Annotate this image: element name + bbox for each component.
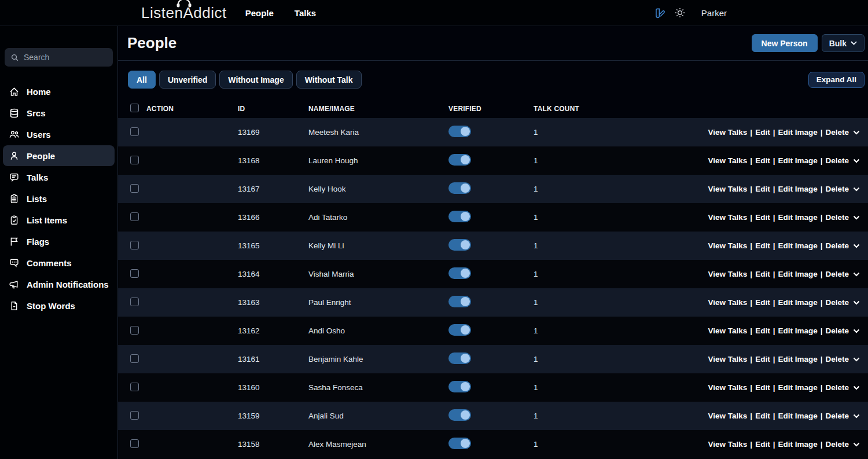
- sidebar-item-flags[interactable]: Flags: [3, 231, 115, 252]
- row-checkbox[interactable]: [130, 411, 139, 420]
- verified-toggle[interactable]: [448, 126, 471, 137]
- view-talks-link[interactable]: View Talks: [708, 383, 748, 392]
- edit-image-link[interactable]: Edit Image: [778, 412, 817, 420]
- chevron-down-icon[interactable]: [853, 442, 860, 447]
- delete-link[interactable]: Delete: [825, 128, 849, 137]
- brand-logo[interactable]: ListenAddict: [141, 4, 227, 22]
- delete-link[interactable]: Delete: [825, 213, 849, 222]
- sidebar-item-lists[interactable]: Lists: [3, 188, 115, 209]
- select-all-checkbox[interactable]: [130, 104, 139, 112]
- edit-link[interactable]: Edit: [755, 156, 770, 165]
- view-talks-link[interactable]: View Talks: [708, 355, 748, 363]
- row-checkbox[interactable]: [130, 127, 139, 136]
- row-checkbox[interactable]: [130, 439, 139, 448]
- sidebar-item-srcs[interactable]: Srcs: [3, 102, 115, 123]
- sidebar-item-people[interactable]: People: [3, 145, 115, 166]
- delete-link[interactable]: Delete: [825, 241, 849, 250]
- verified-toggle[interactable]: [448, 211, 471, 222]
- filter-without-talk[interactable]: Without Talk: [296, 71, 362, 89]
- edit-image-link[interactable]: Edit Image: [778, 355, 817, 363]
- verified-toggle[interactable]: [448, 352, 471, 364]
- view-talks-link[interactable]: View Talks: [708, 440, 748, 449]
- chevron-down-icon[interactable]: [853, 244, 860, 248]
- edit-link[interactable]: Edit: [755, 440, 770, 449]
- chevron-down-icon[interactable]: [853, 215, 860, 220]
- verified-toggle[interactable]: [448, 182, 471, 194]
- delete-link[interactable]: Delete: [825, 383, 849, 392]
- edit-image-link[interactable]: Edit Image: [778, 156, 817, 165]
- view-talks-link[interactable]: View Talks: [708, 412, 748, 420]
- delete-link[interactable]: Delete: [825, 440, 849, 449]
- chevron-down-icon[interactable]: [853, 130, 860, 135]
- edit-image-link[interactable]: Edit Image: [778, 270, 817, 278]
- bulk-button[interactable]: Bulk: [822, 34, 865, 52]
- delete-link[interactable]: Delete: [825, 185, 849, 193]
- edit-link[interactable]: Edit: [755, 412, 770, 420]
- row-checkbox[interactable]: [130, 298, 139, 306]
- delete-link[interactable]: Delete: [825, 270, 849, 278]
- sidebar-item-comments[interactable]: Comments: [3, 252, 115, 273]
- row-checkbox[interactable]: [130, 326, 139, 335]
- verified-toggle[interactable]: [448, 267, 471, 279]
- edit-image-link[interactable]: Edit Image: [778, 383, 817, 392]
- row-checkbox[interactable]: [130, 212, 139, 221]
- edit-link[interactable]: Edit: [755, 128, 770, 137]
- view-talks-link[interactable]: View Talks: [708, 326, 748, 335]
- chevron-down-icon[interactable]: [853, 329, 860, 333]
- edit-image-link[interactable]: Edit Image: [778, 128, 817, 137]
- edit-link[interactable]: Edit: [755, 213, 770, 222]
- delete-link[interactable]: Delete: [825, 298, 849, 307]
- chevron-down-icon[interactable]: [853, 414, 860, 418]
- delete-link[interactable]: Delete: [825, 156, 849, 165]
- view-talks-link[interactable]: View Talks: [708, 213, 748, 222]
- chevron-down-icon[interactable]: [853, 159, 860, 163]
- sidebar-item-list-items[interactable]: List Items: [3, 210, 115, 230]
- view-talks-link[interactable]: View Talks: [708, 298, 748, 307]
- verified-toggle[interactable]: [448, 296, 471, 307]
- delete-link[interactable]: Delete: [825, 355, 849, 363]
- sidebar-item-stop-words[interactable]: Stop Words: [3, 295, 115, 316]
- filter-all[interactable]: All: [128, 71, 156, 89]
- sidebar-item-home[interactable]: Home: [3, 81, 115, 102]
- edit-image-link[interactable]: Edit Image: [778, 326, 817, 335]
- chevron-down-icon[interactable]: [853, 385, 860, 390]
- edit-link[interactable]: Edit: [755, 270, 770, 278]
- edit-link[interactable]: Edit: [755, 355, 770, 363]
- edit-link[interactable]: Edit: [755, 326, 770, 335]
- view-talks-link[interactable]: View Talks: [708, 185, 748, 193]
- row-checkbox[interactable]: [130, 184, 139, 193]
- verified-toggle[interactable]: [448, 324, 471, 336]
- edit-image-link[interactable]: Edit Image: [778, 185, 817, 193]
- row-checkbox[interactable]: [130, 241, 139, 249]
- view-talks-link[interactable]: View Talks: [708, 270, 748, 278]
- view-talks-link[interactable]: View Talks: [708, 156, 748, 165]
- edit-image-link[interactable]: Edit Image: [778, 213, 817, 222]
- filter-without-image[interactable]: Without Image: [219, 71, 292, 89]
- verified-toggle[interactable]: [448, 381, 471, 392]
- chevron-down-icon[interactable]: [853, 272, 860, 277]
- palette-icon[interactable]: [654, 8, 665, 19]
- filter-unverified[interactable]: Unverified: [159, 71, 216, 89]
- delete-link[interactable]: Delete: [825, 412, 849, 420]
- row-checkbox[interactable]: [130, 383, 139, 391]
- edit-image-link[interactable]: Edit Image: [778, 298, 817, 307]
- edit-link[interactable]: Edit: [755, 383, 770, 392]
- nav-link-talks[interactable]: Talks: [295, 8, 316, 18]
- verified-toggle[interactable]: [448, 239, 471, 251]
- chevron-down-icon[interactable]: [853, 187, 860, 192]
- edit-link[interactable]: Edit: [755, 185, 770, 193]
- expand-all-button[interactable]: Expand All: [808, 72, 865, 88]
- row-checkbox[interactable]: [130, 354, 139, 363]
- user-name[interactable]: Parker: [701, 8, 727, 18]
- chevron-down-icon[interactable]: [853, 300, 860, 305]
- search-input[interactable]: Search: [5, 48, 113, 67]
- sidebar-item-users[interactable]: Users: [3, 124, 115, 145]
- chevron-down-icon[interactable]: [853, 357, 860, 362]
- sidebar-item-talks[interactable]: Talks: [3, 167, 115, 188]
- sun-icon[interactable]: [675, 8, 685, 18]
- verified-toggle[interactable]: [448, 154, 471, 166]
- view-talks-link[interactable]: View Talks: [708, 241, 748, 250]
- row-checkbox[interactable]: [130, 156, 139, 164]
- view-talks-link[interactable]: View Talks: [708, 128, 748, 137]
- nav-link-people[interactable]: People: [245, 8, 274, 18]
